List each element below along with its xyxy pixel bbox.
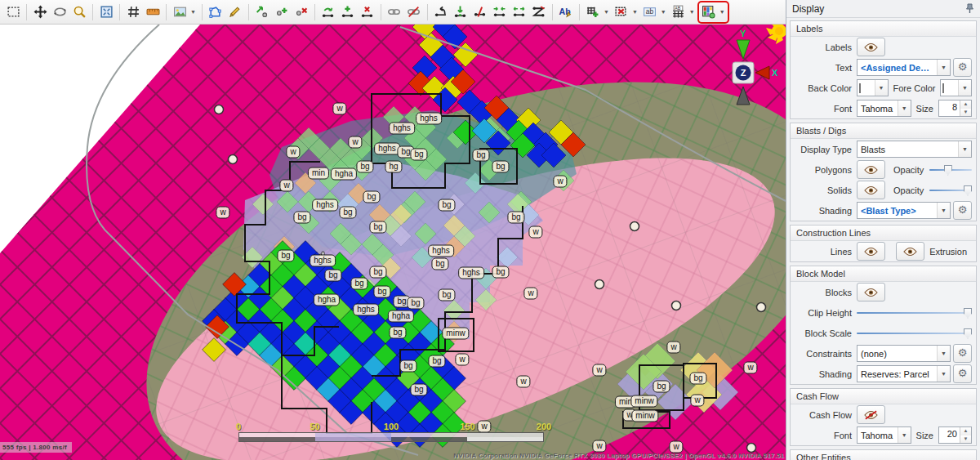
delete-point-button[interactable] (292, 3, 310, 21)
label-text-settings-button[interactable]: ⚙ (953, 58, 972, 77)
join-lines-button[interactable] (491, 3, 509, 21)
unlink-lines-button[interactable] (405, 3, 423, 21)
block-label-w: w (348, 136, 362, 149)
select-tool-button[interactable] (4, 3, 22, 21)
constraints-settings-button[interactable]: ⚙ (953, 344, 972, 363)
add-segment-button[interactable] (339, 3, 357, 21)
label-font-spin-up[interactable]: ▲ (960, 100, 971, 109)
annotate-text-button[interactable]: Ab (557, 3, 575, 21)
insert-vertex-button[interactable] (452, 3, 470, 21)
block-label-bg: bg (472, 150, 489, 162)
cashflow-visibility-eye-toggle[interactable] (857, 405, 885, 424)
cashflow-font-size-spinner[interactable]: 20▲▼ (938, 427, 972, 444)
constraints-dropdown[interactable]: (none)▼ (857, 345, 951, 362)
cashflow-font-dropdown-arrow[interactable]: ▼ (898, 427, 911, 443)
select-rect-icon (7, 5, 20, 19)
block-shading-dropdown[interactable]: Reserves: Parcel▼ (857, 365, 951, 382)
label-font-dropdown-arrow[interactable]: ▼ (898, 100, 911, 116)
link-lines-button[interactable] (385, 3, 403, 21)
block-label-w: w (332, 103, 346, 115)
cashflow-font-spin-down[interactable]: ▼ (960, 435, 971, 444)
draw-polygon-tool-button[interactable] (207, 3, 225, 21)
zoom-tool-button[interactable] (70, 3, 88, 21)
cashflow-font-spin-buttons[interactable]: ▲▼ (960, 427, 971, 443)
grid-label-options-button[interactable]: AB (670, 3, 688, 21)
image-tool-dropdown-arrow[interactable]: ▼ (189, 9, 198, 15)
construction-lines-extrusion-eye-toggle[interactable] (896, 242, 924, 261)
row-label-colors: Back Color▼Fore Color▼ (791, 78, 976, 98)
label-colors-fore[interactable]: ▼ (940, 79, 972, 96)
blast-shading-settings-button[interactable]: ⚙ (953, 201, 972, 220)
block-label-bg: bg (428, 355, 445, 368)
labels-visibility-eye-toggle[interactable] (857, 38, 885, 56)
axis-gizmo[interactable]: Y Z X (728, 25, 786, 106)
move-segment-button[interactable] (319, 3, 337, 21)
delete-segment-button[interactable] (359, 3, 376, 21)
polygons-eye-toggle[interactable] (857, 160, 885, 179)
label-colors-fore-dropdown-arrow[interactable]: ▼ (958, 80, 971, 96)
block-label-w: w (216, 207, 229, 219)
axis-x-cone (755, 66, 769, 79)
label-text-dropdown[interactable]: <Assigned Destina...▼ (857, 59, 951, 76)
clip-height-slider-thumb[interactable] (964, 308, 972, 319)
block-scale-slider[interactable] (857, 327, 972, 340)
orbit-tool-button[interactable] (51, 3, 69, 21)
reshape-line-button[interactable] (432, 3, 450, 21)
block-label-bg: bg (431, 258, 448, 270)
construction-lines-eye-toggle[interactable] (857, 242, 885, 261)
remove-grid-dropdown-arrow[interactable]: ▼ (630, 9, 639, 15)
grid-label-options-dropdown-arrow[interactable]: ▼ (688, 9, 697, 15)
image-tool-button[interactable] (171, 3, 189, 21)
block-scale-slider-thumb[interactable] (964, 328, 972, 339)
cashflow-font-dropdown[interactable]: Tahoma▼ (857, 427, 911, 444)
blast-shading-dropdown-arrow[interactable]: ▼ (937, 203, 950, 218)
blocks-visibility-eye-toggle[interactable] (857, 283, 885, 301)
zigzag-icon (532, 5, 546, 19)
label-font-size-spinner[interactable]: 8▲▼ (938, 100, 972, 117)
add-grid-dropdown-arrow[interactable]: ▼ (602, 9, 611, 15)
cashflow-font-spin-up[interactable]: ▲ (960, 427, 971, 435)
solids-slider[interactable] (929, 184, 972, 197)
label-options-dropdown-arrow[interactable]: ▼ (659, 9, 668, 15)
block-shading-options-dropdown-arrow[interactable]: ▼ (718, 9, 727, 15)
measure-tool-button[interactable] (144, 3, 162, 21)
edit-tool-button[interactable] (226, 3, 244, 21)
label-colors-back-dropdown-arrow[interactable]: ▼ (875, 80, 888, 96)
display-type-dropdown-arrow[interactable]: ▼ (958, 141, 971, 157)
add-grid-button[interactable] (584, 3, 602, 21)
blocks-visibility-label: Blocks (795, 288, 852, 297)
constraints-dropdown-arrow[interactable]: ▼ (937, 346, 950, 361)
pin-icon[interactable] (965, 3, 974, 14)
solids-eye-toggle[interactable] (857, 181, 885, 199)
remove-grid-button[interactable] (612, 3, 630, 21)
block-label-bg: bg (369, 221, 386, 234)
label-text-dropdown-arrow[interactable]: ▼ (937, 60, 950, 75)
blast-shading-dropdown[interactable]: <Blast Type>▼ (857, 202, 951, 219)
extend-line-button[interactable] (510, 3, 528, 21)
label-font-dropdown[interactable]: Tahoma▼ (857, 100, 911, 117)
label-options-button[interactable]: ab (641, 3, 659, 21)
clip-height-slider[interactable] (857, 306, 972, 319)
split-line-button[interactable] (471, 3, 489, 21)
block-shading-settings-button[interactable]: ⚙ (953, 364, 972, 383)
add-point-button[interactable] (273, 3, 291, 21)
block-label-w: w (553, 176, 567, 188)
viewport-canvas[interactable]: whghshghswwhghsbgbgbgbgminhghabghgwwhghs… (0, 25, 786, 460)
insert-vertex-icon (453, 5, 467, 19)
label-colors-back[interactable]: ▼ (857, 79, 889, 96)
toolbar-separator (248, 4, 249, 20)
move-point-button[interactable] (253, 3, 271, 21)
label-font-spin-buttons[interactable]: ▲▼ (960, 100, 971, 116)
clip-height-slider-track (857, 312, 972, 315)
display-type-dropdown[interactable]: Blasts▼ (857, 141, 972, 158)
reverse-line-button[interactable] (530, 3, 548, 21)
label-font-spin-down[interactable]: ▼ (960, 109, 971, 117)
pan-tool-button[interactable] (31, 3, 49, 21)
block-shading-dropdown-arrow[interactable]: ▼ (937, 366, 950, 382)
solids-slider-thumb[interactable] (964, 185, 972, 196)
fit-view-button[interactable] (97, 3, 115, 21)
polygons-slider[interactable] (929, 163, 972, 176)
grid-toggle-button[interactable] (124, 3, 142, 21)
polygons-slider-thumb[interactable] (944, 165, 952, 176)
block-shading-options-button[interactable] (700, 3, 718, 21)
